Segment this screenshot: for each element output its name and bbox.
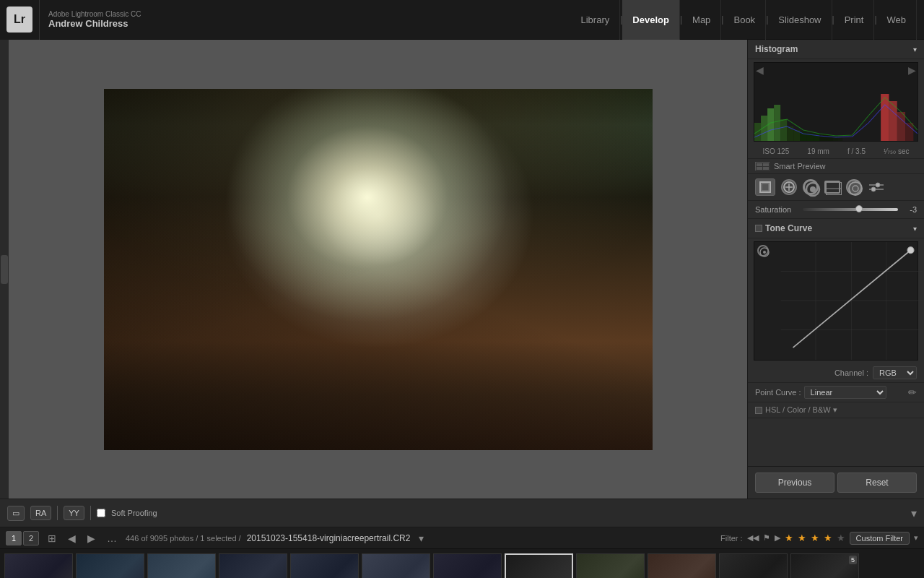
spot-removal-tool[interactable] bbox=[781, 179, 797, 195]
filename-dropdown[interactable]: ▾ bbox=[416, 532, 427, 544]
nav-map[interactable]: Map bbox=[682, 0, 721, 40]
bottom-toolbar: ▭ RA YY Soft Proofing ▾ bbox=[0, 499, 924, 527]
nav-library[interactable]: Library bbox=[570, 0, 620, 40]
nav-slideshow[interactable]: Slideshow bbox=[768, 0, 832, 40]
tone-curve-target-icon[interactable] bbox=[757, 245, 769, 256]
saturation-slider[interactable] bbox=[803, 208, 898, 211]
left-panel-toggle[interactable] bbox=[1, 255, 8, 284]
next-btn[interactable]: ▶ bbox=[84, 532, 98, 544]
thumbnail-5[interactable]: ⊕ bbox=[290, 553, 359, 578]
more-btn[interactable]: … bbox=[104, 532, 120, 544]
tone-curve-left: Tone Curve bbox=[755, 223, 812, 233]
point-curve-row: Point Curve : Linear Medium Contrast Str… bbox=[748, 383, 924, 402]
tone-curve-toggle[interactable] bbox=[755, 225, 762, 232]
user-name-label: Andrew Childress bbox=[48, 18, 562, 29]
page-btn-1[interactable]: 1 bbox=[6, 531, 22, 545]
filter-arrow-left[interactable]: ◀◀ bbox=[747, 533, 759, 543]
thumbnail-6[interactable]: ⊕★★★★★ bbox=[362, 553, 430, 578]
histogram-header: Histogram ▾ bbox=[748, 40, 924, 59]
channel-label: Channel : bbox=[834, 368, 868, 377]
thumbnail-2[interactable]: ⊕⟲★★★★★ bbox=[76, 553, 144, 578]
grid-view-btn[interactable]: ⊞ bbox=[45, 532, 59, 544]
hsl-toggle[interactable] bbox=[755, 407, 762, 414]
thumbnail-11[interactable]: ⊕⟲ bbox=[719, 553, 788, 578]
filter-star-4[interactable]: ★ bbox=[824, 532, 832, 543]
filmstrip-filter: Filter : ◀◀ ⚑ ▶ ★ ★ ★ ★ ★ Custom Filter … bbox=[720, 532, 918, 545]
thumbnail-4[interactable]: ⊕⟲ bbox=[219, 553, 287, 578]
tool-icons-row bbox=[748, 174, 924, 201]
saturation-row: Saturation -3 bbox=[748, 201, 924, 219]
svg-rect-10 bbox=[819, 134, 826, 141]
thumbnail-9[interactable]: ⊕⟲ bbox=[576, 553, 645, 578]
view-mode-btn-1[interactable]: ▭ bbox=[7, 506, 25, 521]
toolbar-sep-2 bbox=[90, 506, 91, 520]
bottom-buttons: Previous Reset bbox=[748, 466, 924, 499]
filter-arrow-right[interactable]: ▶ bbox=[775, 533, 780, 543]
toolbar-expand-btn[interactable]: ▾ bbox=[911, 506, 917, 520]
previous-button[interactable]: Previous bbox=[755, 473, 834, 493]
svg-line-46 bbox=[793, 250, 911, 348]
point-curve-edit-icon[interactable]: ✏ bbox=[908, 387, 917, 398]
thumbnail-10[interactable]: ⊕⟲ bbox=[648, 553, 716, 578]
tone-curve-dropdown-icon[interactable]: ▾ bbox=[913, 225, 917, 233]
custom-filter-dropdown[interactable]: ▾ bbox=[914, 533, 918, 543]
svg-rect-24 bbox=[762, 184, 769, 191]
nav-book[interactable]: Book bbox=[723, 0, 766, 40]
red-eye-tool[interactable] bbox=[803, 179, 819, 195]
histogram-arrows: ◀ ▶ bbox=[756, 64, 916, 76]
crop-tool[interactable] bbox=[755, 178, 775, 196]
point-curve-label: Point Curve : bbox=[755, 388, 801, 397]
custom-filter-button[interactable]: Custom Filter bbox=[850, 532, 910, 545]
histogram-right-arrow[interactable]: ▶ bbox=[908, 64, 916, 76]
nav-web[interactable]: Web bbox=[877, 0, 918, 40]
reset-button[interactable]: Reset bbox=[837, 473, 917, 493]
svg-rect-21 bbox=[757, 167, 762, 170]
main-photo bbox=[104, 89, 653, 450]
histogram-title: Histogram bbox=[755, 44, 798, 54]
prev-btn[interactable]: ◀ bbox=[65, 532, 79, 544]
lr-logo-text: Lr bbox=[6, 7, 32, 33]
histogram-left-arrow[interactable]: ◀ bbox=[756, 64, 764, 76]
point-curve-select[interactable]: Linear Medium Contrast Strong Contrast bbox=[804, 386, 886, 399]
filter-star-5[interactable]: ★ bbox=[837, 532, 845, 543]
filter-star-1[interactable]: ★ bbox=[785, 532, 793, 543]
svg-point-33 bbox=[853, 186, 858, 191]
filter-star-2[interactable]: ★ bbox=[798, 532, 806, 543]
filmstrip-filename: 20151023-155418-virginiacreepertrail.CR2 bbox=[247, 533, 411, 543]
svg-point-32 bbox=[849, 182, 862, 195]
channel-select[interactable]: RGB Red Green Blue bbox=[873, 366, 917, 379]
soft-proofing-checkbox[interactable] bbox=[97, 509, 105, 517]
thumbnail-8[interactable]: ⊕⟲ bbox=[505, 553, 573, 578]
filter-star-3[interactable]: ★ bbox=[811, 532, 819, 543]
histogram-graph bbox=[754, 79, 918, 141]
histogram-dropdown-icon[interactable]: ▾ bbox=[913, 46, 917, 53]
aperture-value: f / 3.5 bbox=[847, 147, 866, 155]
app-info: Adobe Lightroom Classic CC Andrew Childr… bbox=[40, 10, 570, 29]
view-mode-btn-3[interactable]: YY bbox=[64, 506, 84, 520]
main-content: Histogram ▾ ◀ ▶ bbox=[0, 40, 924, 499]
hsl-label: HSL / Color / B&W ▾ bbox=[765, 405, 837, 415]
left-panel bbox=[0, 40, 9, 499]
topbar: Lr Adobe Lightroom Classic CC Andrew Chi… bbox=[0, 0, 924, 40]
nav-print[interactable]: Print bbox=[834, 0, 875, 40]
adjustment-brush-tool[interactable] bbox=[868, 181, 885, 194]
thumbnail-7[interactable]: ⊕⟲ bbox=[433, 553, 502, 578]
thumbnail-12[interactable]: ⊕⟲5 bbox=[790, 553, 859, 578]
point-curve-left: Point Curve : Linear Medium Contrast Str… bbox=[755, 386, 886, 399]
page-btn-2[interactable]: 2 bbox=[23, 531, 39, 545]
thumbnail-1[interactable]: ⊕⟲ bbox=[4, 553, 73, 578]
graduated-filter-tool[interactable] bbox=[824, 181, 840, 194]
radial-filter-tool[interactable] bbox=[846, 179, 862, 195]
smart-preview-row: Smart Preview bbox=[748, 159, 924, 174]
smart-preview-label: Smart Preview bbox=[774, 162, 826, 171]
svg-rect-3 bbox=[774, 105, 780, 141]
filter-flag[interactable]: ⚑ bbox=[763, 533, 770, 543]
nav-develop[interactable]: Develop bbox=[622, 0, 680, 40]
svg-point-29 bbox=[810, 186, 816, 192]
svg-rect-17 bbox=[905, 123, 913, 141]
tone-curve-area bbox=[754, 241, 918, 361]
svg-rect-12 bbox=[832, 136, 837, 141]
view-mode-btn-2[interactable]: RA bbox=[30, 506, 51, 520]
focal-value: 19 mm bbox=[807, 147, 829, 155]
thumbnail-3[interactable]: ⊕⟲ bbox=[147, 553, 216, 578]
